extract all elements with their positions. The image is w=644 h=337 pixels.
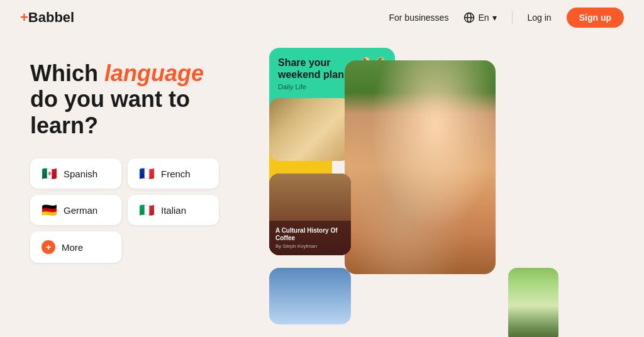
main-content: Which languagedo you want tolearn? 🇲🇽 Sp… [0,35,644,337]
spanish-label: Spanish [64,168,97,179]
headline-rest: do you want tolearn? [30,86,190,138]
logo[interactable]: +Babbel [20,9,74,26]
navbar: +Babbel For businesses En ▾ Log in Sign … [0,0,644,35]
italian-flag: 🇮🇹 [139,204,155,216]
navbar-right: For businesses En ▾ Log in Sign up [389,8,624,28]
chevron-down-icon: ▾ [492,13,497,23]
german-label: German [64,205,97,216]
italian-button[interactable]: 🇮🇹 Italian [128,195,219,225]
logo-plus: + [20,9,28,26]
for-business-link[interactable]: For businesses [389,13,448,23]
headline-language: language [104,60,204,86]
login-link[interactable]: Log in [528,13,552,23]
main-photo [345,60,496,274]
language-grid: 🇲🇽 Spanish 🇫🇷 French 🇩🇪 German 🇮🇹 Italia… [30,158,219,263]
language-selector[interactable]: En ▾ [464,12,496,23]
spanish-button[interactable]: 🇲🇽 Spanish [30,158,121,189]
hero-headline: Which languagedo you want tolearn? [30,60,269,138]
more-label: More [62,242,83,253]
french-label: French [161,168,191,179]
left-section: Which languagedo you want tolearn? 🇲🇽 Sp… [30,48,269,337]
italian-label: Italian [161,205,186,216]
airplane-photo [269,268,351,324]
headline-which: Which [30,60,104,86]
coffee-author: By Steph Koyfman [275,243,345,249]
german-flag: 🇩🇪 [42,204,57,216]
language-label: En [478,13,489,23]
coffee-card[interactable]: A Cultural History Of Coffee By Steph Ko… [269,174,351,255]
german-button[interactable]: 🇩🇪 German [30,195,121,225]
person-photo [508,268,558,337]
car-photo [269,98,351,161]
more-icon: + [42,240,55,254]
coffee-title: A Cultural History Of Coffee [275,227,345,242]
nav-divider [512,11,513,24]
photo-collage: A Cultural History Of Coffee By Steph Ko… [269,48,614,337]
french-button[interactable]: 🇫🇷 French [128,158,219,189]
logo-name: Babbel [28,9,74,26]
signup-button[interactable]: Sign up [567,8,624,28]
more-button[interactable]: + More [30,231,121,263]
french-flag: 🇫🇷 [139,167,155,180]
coffee-overlay: A Cultural History Of Coffee By Steph Ko… [269,221,351,255]
globe-icon [464,12,475,23]
spanish-flag: 🇲🇽 [42,167,57,180]
